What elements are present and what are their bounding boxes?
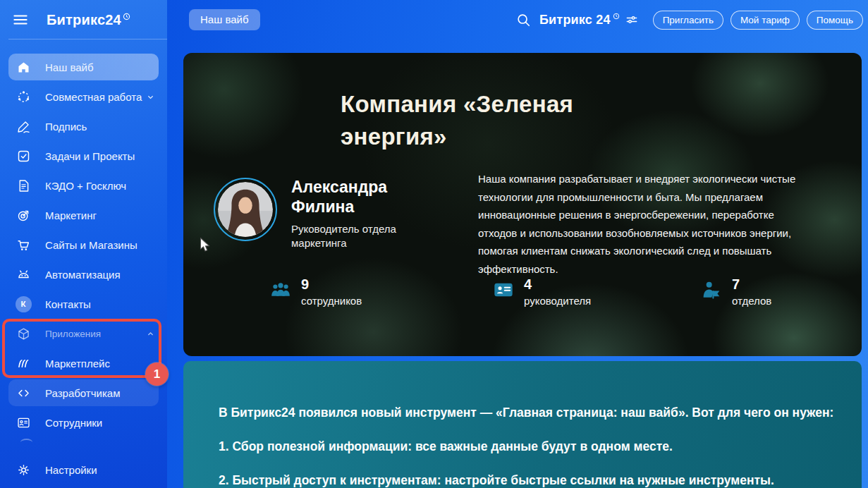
- stat-label: отделов: [732, 295, 771, 307]
- topbar-right: Битрикс 24 Пригласить Мой тариф Помощь: [515, 8, 863, 31]
- sidebar-item-label: Сотрудники: [45, 417, 102, 429]
- banner-intro-line: В Битрикс24 появился новый инструмент — …: [219, 405, 836, 420]
- banner-point-1: 1. Сбор полезной информации: все важные …: [219, 439, 836, 454]
- stat-value: 7: [732, 276, 771, 293]
- sidebar-item-label: Маркетинг: [45, 209, 97, 221]
- company-description: Наша компания разрабатывает и внедряет э…: [478, 170, 804, 279]
- robot-icon: [15, 266, 32, 283]
- contact-letter-avatar-icon: К: [15, 295, 32, 312]
- sidebar-item-collaboration[interactable]: Совместная работа: [0, 82, 167, 111]
- people-group-icon: [269, 279, 292, 301]
- sidebar-item-marketplace[interactable]: Маркетплейс: [0, 348, 167, 378]
- stat-employees: 9 сотрудников: [269, 276, 362, 307]
- sidebar-item-label: Контакты: [45, 298, 91, 310]
- sidebar-item-developers[interactable]: Разработчикам: [8, 379, 159, 406]
- sidebar-item-label: Автоматизация: [45, 269, 121, 281]
- sidebar-item-our-vibe[interactable]: Наш вайб: [8, 54, 159, 80]
- sidebar-item-label: Приложения: [45, 329, 101, 339]
- marketplace-waves-icon: [15, 355, 32, 372]
- main-area: Наш вайб Битрикс 24 Пригласить Мой тариф…: [167, 0, 868, 488]
- sidebar-item-kedo-goskluch[interactable]: КЭДО + Госключ: [0, 171, 167, 200]
- sidebar-item-label: Разработчикам: [45, 387, 120, 399]
- avatar[interactable]: [214, 178, 277, 241]
- sidebar-item-tasks-projects[interactable]: Задачи и Проекты: [0, 141, 167, 171]
- sidebar-item-label: Подпись: [45, 121, 87, 133]
- apps-cube-icon: [15, 325, 32, 342]
- sidebar-item-signature[interactable]: Подпись: [0, 111, 167, 141]
- stat-text: 7 отделов: [732, 276, 771, 307]
- sidebar-item-automation[interactable]: Автоматизация: [0, 260, 167, 289]
- banner-point-2: 2. Быстрый доступ к инструментам: настро…: [219, 472, 836, 488]
- company-cover-card: Компания «Зеленая энергия» Александр: [183, 53, 862, 356]
- stat-text: 4 руководителя: [524, 276, 591, 307]
- stat-departments: 7 отделов: [700, 276, 771, 307]
- hamburger-menu-icon[interactable]: [11, 11, 30, 29]
- sidebar-item-contacts[interactable]: К Контакты: [0, 289, 167, 319]
- stat-label: сотрудников: [301, 295, 362, 307]
- chevron-up-icon: [145, 329, 156, 339]
- vibe-info-banner: В Битрикс24 появился новый инструмент — …: [183, 361, 862, 488]
- checkbox-tasks-icon: [15, 147, 32, 164]
- sidebar-item-label: Задачи и Проекты: [45, 150, 135, 162]
- sidebar-item-label: Маркетплейс: [45, 358, 110, 370]
- stat-value: 9: [301, 276, 362, 293]
- pen-signature-icon: [15, 118, 32, 135]
- stat-label: руководителя: [524, 295, 591, 307]
- person-role: Руководитель отдела маркетинга: [291, 222, 415, 250]
- sidebar: Битрикс24 Наш вайб Совместная работа: [0, 0, 167, 488]
- sidebar-item-settings[interactable]: Настройки: [0, 456, 167, 484]
- shopping-cart-icon: [15, 236, 32, 253]
- sidebar-item-label: Совместная работа: [45, 91, 142, 103]
- bitrix24-brand-title: Битрикс 24: [539, 13, 611, 28]
- step-number-badge: 1: [145, 362, 169, 386]
- company-title-line2: энергия»: [341, 121, 573, 153]
- tab-our-vibe[interactable]: Наш вайб: [189, 9, 260, 30]
- stat-text: 9 сотрудников: [301, 276, 362, 307]
- sidebar-item-label: Настройки: [45, 464, 97, 476]
- company-title: Компания «Зеленая энергия»: [341, 88, 573, 153]
- search-icon[interactable]: [515, 12, 531, 28]
- collaboration-icon: [15, 88, 32, 105]
- sidebar-divider: [8, 39, 167, 39]
- target-marketing-icon: [15, 207, 32, 224]
- my-plan-button[interactable]: Мой тариф: [731, 11, 800, 30]
- help-button[interactable]: Помощь: [807, 11, 863, 30]
- sidebar-menu: Наш вайб Совместная работа Подпись Задач…: [0, 52, 167, 437]
- company-title-line1: Компания «Зеленая: [341, 88, 573, 121]
- code-icon: [15, 384, 32, 401]
- chevron-down-icon: [145, 92, 156, 102]
- id-card-icon: [492, 279, 515, 301]
- sidebar-item-marketing[interactable]: Маркетинг: [0, 200, 167, 230]
- sliders-settings-icon[interactable]: [625, 13, 639, 27]
- stat-managers: 4 руководителя: [492, 276, 591, 307]
- faded-partial-icon: [20, 439, 32, 446]
- stat-value: 4: [524, 276, 591, 293]
- sidebar-item-sites-stores[interactable]: Сайты и Магазины: [0, 230, 167, 260]
- gear-icon: [15, 461, 32, 478]
- sidebar-item-applications[interactable]: Приложения: [0, 319, 167, 348]
- sidebar-item-label: Наш вайб: [45, 61, 94, 73]
- person-name: Александра Филина: [291, 177, 387, 216]
- document-icon: [15, 177, 32, 194]
- trademark-clock-icon: [123, 13, 130, 20]
- sidebar-item-label: КЭДО + Госключ: [45, 180, 126, 192]
- invite-button[interactable]: Пригласить: [653, 11, 723, 30]
- sidebar-header: Битрикс24: [11, 8, 160, 31]
- person-photo: [218, 182, 273, 237]
- bitrix24-logo[interactable]: Битрикс24: [47, 12, 121, 28]
- sidebar-item-label: Сайты и Магазины: [45, 239, 137, 251]
- id-badge-icon: [15, 414, 32, 431]
- person-flag-icon: [700, 279, 723, 301]
- home-icon: [15, 59, 32, 75]
- sidebar-item-employees[interactable]: Сотрудники: [0, 408, 167, 437]
- trademark-clock-icon: [613, 13, 620, 20]
